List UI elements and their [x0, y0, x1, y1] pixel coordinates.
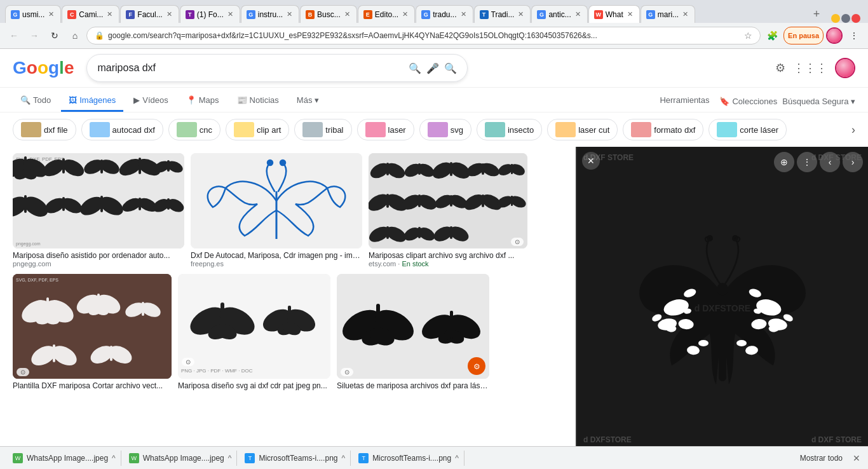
back-button[interactable]: ←	[5, 27, 23, 44]
download-chevron-dl1[interactable]: ^	[112, 454, 116, 463]
filter-chip-autocad-dxf[interactable]: autocad dxf	[81, 119, 163, 140]
tab-close-t2[interactable]: ✕	[105, 9, 114, 20]
nav-imagenes[interactable]: 🖼 Imágenes	[61, 90, 123, 112]
tab-t5[interactable]: G instru... ✕	[241, 5, 299, 23]
home-button[interactable]: ⌂	[66, 27, 84, 44]
tab-t8[interactable]: G tradu... ✕	[416, 5, 473, 23]
tab-t6[interactable]: B Busc... ✕	[300, 5, 357, 23]
nav-mas[interactable]: Más ▾	[289, 90, 327, 112]
filter-chip-svg[interactable]: svg	[419, 119, 471, 140]
address-bar[interactable]: 🔒 google.com/search?q=mariposa+dxf&rlz=1…	[86, 27, 761, 44]
colecciones-button[interactable]: 🔖 Colecciones	[719, 97, 777, 106]
extensions-button[interactable]: 🧩	[763, 27, 781, 44]
new-tab-button[interactable]: +	[808, 5, 825, 23]
mas-chevron-icon: ▾	[315, 95, 319, 105]
tab-close-t1[interactable]: ✕	[47, 9, 55, 20]
svg-point-38	[280, 160, 285, 165]
tab-close-t4[interactable]: ✕	[226, 9, 234, 20]
close-download-bar-button[interactable]: ✕	[853, 453, 860, 463]
bookmark-button[interactable]: ☆	[744, 31, 752, 41]
download-chevron-dl3[interactable]: ^	[341, 454, 345, 463]
search-box[interactable]: 🔍 🎤 🔍	[86, 54, 468, 82]
panel-prev-button[interactable]: ‹	[820, 152, 840, 172]
search-input[interactable]	[97, 62, 403, 74]
filter-chip-laser-cut[interactable]: laser cut	[547, 119, 618, 140]
browser-chrome: G usmi... ✕ C Cami... ✕ F Facul... ✕ T (…	[0, 0, 868, 49]
search-box-container: 🔍 🎤 🔍	[86, 54, 468, 82]
user-avatar[interactable]	[826, 27, 843, 44]
forward-button[interactable]: →	[25, 27, 43, 44]
voice-search-button[interactable]: 🎤	[426, 62, 439, 74]
filters-next-button[interactable]: ›	[851, 123, 855, 137]
image-card-5[interactable]: PNG · JPG · PDF · WMF · DOC	[178, 274, 330, 390]
tab-t2[interactable]: C Cami... ✕	[62, 5, 119, 23]
filter-chip-clip-art[interactable]: clip art	[226, 119, 289, 140]
tab-close-t3[interactable]: ✕	[165, 9, 173, 20]
svg-rect-48	[450, 162, 452, 176]
tab-close-t6[interactable]: ✕	[343, 9, 351, 20]
filter-label-formato-dxf: formato dxf	[654, 125, 695, 135]
tab-t12[interactable]: G mari... ✕	[641, 5, 695, 23]
maps-icon: 📍	[186, 95, 196, 105]
tab-t7[interactable]: E Edito... ✕	[358, 5, 415, 23]
nav-todo[interactable]: 🔍 Todo	[13, 90, 58, 112]
tab-t1[interactable]: G usmi... ✕	[5, 5, 61, 23]
image-card-3[interactable]: ⊙ Mariposas clipart archivo svg archivo …	[369, 153, 527, 268]
image-card-4[interactable]: SVG, DXF, PDF, EPS	[13, 274, 172, 390]
download-icon-dl1: W	[13, 453, 23, 463]
busqueda-segura-button[interactable]: Búsqueda Segura ▾	[782, 97, 855, 106]
svg-rect-24	[62, 197, 65, 211]
tab-close-t9[interactable]: ✕	[517, 9, 525, 20]
nav-herramientas[interactable]: Herramientas	[652, 90, 717, 112]
reload-button[interactable]: ↻	[46, 27, 64, 44]
tab-close-t5[interactable]: ✕	[285, 9, 294, 20]
panel-close-button[interactable]: ✕	[582, 152, 600, 170]
apps-button[interactable]: ⋮⋮⋮	[793, 61, 827, 75]
maximize-button[interactable]	[841, 14, 850, 23]
profile-menu-button[interactable]: En pausa	[783, 27, 824, 44]
show-all-button[interactable]: Mostrar todo	[795, 451, 848, 465]
svg-rect-106	[220, 302, 224, 334]
tab-t9[interactable]: T Tradi... ✕	[474, 5, 531, 23]
settings-button[interactable]: ⚙	[775, 61, 785, 75]
filter-chip-tribal[interactable]: tribal	[294, 119, 351, 140]
download-chevron-dl4[interactable]: ^	[455, 454, 459, 463]
tab-t4[interactable]: T (1) Fo... ✕	[180, 5, 240, 23]
menu-button[interactable]: ⋮	[845, 27, 863, 44]
tab-close-t10[interactable]: ✕	[574, 9, 582, 20]
filter-chip-cnc[interactable]: cnc	[168, 119, 220, 140]
panel-more-button[interactable]: ⋮	[797, 152, 817, 172]
filter-label-laser-cut: laser cut	[578, 125, 609, 135]
tab-close-t8[interactable]: ✕	[459, 9, 468, 20]
tab-close-t12[interactable]: ✕	[681, 9, 689, 20]
google-logo: Google	[13, 58, 74, 78]
lens-search-button[interactable]: 🔍	[409, 62, 421, 74]
nav-noticias[interactable]: 📰 Noticias	[229, 90, 287, 112]
image-card-1[interactable]: SVG, DXF, PDF, EPS	[13, 153, 184, 268]
filter-chip-dxf-file[interactable]: dxf file	[13, 119, 76, 140]
user-avatar-header[interactable]	[835, 58, 855, 78]
download-icon-dl2: W	[129, 453, 139, 463]
nav-maps[interactable]: 📍 Maps	[179, 90, 227, 112]
filter-chip-corte-laser[interactable]: corte láser	[709, 119, 787, 140]
tab-t11[interactable]: W What ✕	[588, 5, 640, 23]
filter-chip-formato-dxf[interactable]: formato dxf	[623, 119, 703, 140]
nav-herramientas-label: Herramientas	[660, 95, 709, 105]
google-search-button[interactable]: 🔍	[444, 62, 457, 74]
panel-fullscreen-button[interactable]: ⊕	[774, 152, 794, 172]
tab-close-t7[interactable]: ✕	[401, 9, 409, 20]
tab-close-t11[interactable]: ✕	[626, 9, 634, 20]
filter-chip-insecto[interactable]: insecto	[477, 119, 542, 140]
download-chevron-dl2[interactable]: ^	[228, 454, 232, 463]
minimize-button[interactable]	[831, 14, 840, 23]
image-card-2[interactable]: Dxf De Autocad, Mariposa, Cdr imagen png…	[191, 153, 362, 268]
panel-main-image[interactable]	[577, 147, 868, 469]
nav-videos[interactable]: ▶ Vídeos	[126, 90, 175, 112]
tab-t3[interactable]: F Facul... ✕	[120, 5, 179, 23]
nav-imagenes-label: Imágenes	[79, 95, 116, 105]
close-button[interactable]	[851, 14, 860, 23]
panel-next-button[interactable]: ›	[843, 152, 863, 172]
tab-t10[interactable]: G antic... ✕	[531, 5, 587, 23]
filter-chip-laser[interactable]: laser	[357, 119, 414, 140]
image-card-6[interactable]: ⚙ ⊙ Siluetas de mariposa archivos dxf pa…	[337, 274, 489, 390]
